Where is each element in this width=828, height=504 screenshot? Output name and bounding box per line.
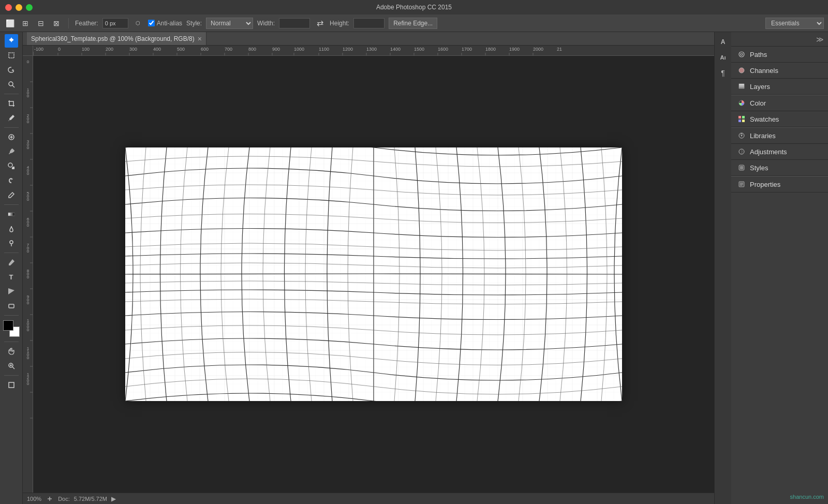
antialias-label[interactable]: Anti-alias	[148, 20, 182, 27]
svg-rect-216	[738, 120, 741, 122]
status-arrow[interactable]: ▶	[111, 495, 116, 502]
color-icon	[737, 99, 746, 107]
panel-section-paths: Paths	[731, 47, 828, 63]
panel-section-swatches: Swatches	[731, 111, 828, 127]
toolbar-inter-sel-icon[interactable]: ⊠	[51, 18, 62, 29]
height-label: Height:	[330, 20, 349, 27]
svg-text:0: 0	[27, 275, 29, 279]
canvas-area: Spherical360_Template.psb @ 100% (Backgr…	[23, 32, 714, 504]
styles-icon	[737, 164, 746, 172]
svg-text:1600: 1600	[438, 47, 448, 52]
properties-header[interactable]: Properties	[731, 176, 828, 192]
tool-hand[interactable]	[5, 345, 18, 358]
tool-sep3	[4, 204, 19, 205]
channels-header[interactable]: Channels	[731, 63, 828, 78]
status-bar: 100% Doc: 5.72M/5.72M ▶	[23, 493, 714, 504]
tool-zoom[interactable]	[5, 359, 18, 373]
svg-text:1300: 1300	[366, 47, 377, 52]
adjustments-header[interactable]: Adjustments	[731, 144, 828, 159]
tool-move[interactable]	[5, 34, 18, 48]
tool-history-brush[interactable]	[5, 174, 18, 187]
tool-eyedropper[interactable]	[5, 111, 18, 125]
panel-icon-text[interactable]: Aı	[716, 51, 730, 64]
layers-header[interactable]: Layers	[731, 79, 828, 94]
svg-rect-7	[8, 213, 14, 216]
svg-rect-217	[742, 120, 745, 122]
main-area: T Spherical360_Template.psb @ 1	[0, 32, 828, 504]
zoom-info-button[interactable]	[46, 495, 54, 503]
svg-rect-0	[9, 53, 14, 58]
style-select[interactable]: Normal Fixed Ratio Fixed Size	[206, 18, 253, 29]
channels-label: Channels	[750, 67, 822, 75]
foreground-color[interactable]	[3, 320, 13, 331]
tool-brush[interactable]	[5, 145, 18, 158]
essentials-select[interactable]: Essentials Motion Painting Photography	[765, 18, 824, 29]
channels-icon	[737, 66, 746, 75]
svg-text:0: 0	[58, 47, 61, 52]
swap-wh-icon[interactable]: ⇄	[314, 18, 326, 29]
paths-header[interactable]: Paths	[731, 47, 828, 62]
swatches-label: Swatches	[750, 115, 822, 123]
height-input[interactable]	[353, 18, 385, 28]
libraries-header[interactable]: Libraries	[731, 128, 828, 143]
tool-blur[interactable]	[5, 222, 18, 235]
tool-dodge[interactable]	[5, 236, 18, 250]
maximize-button[interactable]	[26, 4, 33, 11]
tool-text[interactable]: T	[5, 270, 18, 284]
toolbar-add-sel-icon[interactable]: ⊞	[20, 18, 31, 29]
tool-shape[interactable]	[5, 299, 18, 313]
tool-clone-stamp[interactable]	[5, 159, 18, 173]
tool-path-select[interactable]	[5, 285, 18, 298]
tool-quick-select[interactable]	[5, 78, 18, 91]
swatches-icon	[737, 115, 746, 123]
svg-rect-211	[739, 85, 744, 87]
ruler-vertical: 0 1 0 0 2 0 0 3 0 0 4 0 0 5 0	[23, 56, 33, 493]
svg-text:0: 0	[27, 223, 29, 228]
panel-icon-ai[interactable]: A	[716, 35, 730, 49]
tool-crop[interactable]	[5, 97, 18, 110]
svg-text:1200: 1200	[343, 47, 353, 52]
adjustments-icon	[737, 147, 746, 156]
svg-rect-214	[738, 116, 741, 118]
width-input[interactable]	[279, 18, 310, 28]
toolbar-new-sel-icon[interactable]: ⬜	[4, 18, 16, 29]
tool-heal[interactable]	[5, 130, 18, 144]
canvas-document[interactable]	[125, 147, 622, 401]
swatches-header[interactable]: Swatches	[731, 111, 828, 127]
svg-rect-15	[9, 382, 14, 388]
feather-input[interactable]	[102, 18, 128, 28]
toolbar-sub-sel-icon[interactable]: ⊟	[35, 18, 47, 29]
svg-point-8	[10, 241, 13, 244]
panel-collapse-button[interactable]: ≫	[816, 35, 824, 43]
document-tab[interactable]: Spherical360_Template.psb @ 100% (Backgr…	[27, 32, 206, 45]
minimize-button[interactable]	[16, 4, 22, 11]
feather-icon[interactable]: ⬡	[132, 18, 144, 29]
close-button[interactable]	[5, 4, 12, 11]
svg-text:0: 0	[27, 171, 29, 176]
svg-text:800: 800	[248, 47, 256, 52]
properties-label: Properties	[750, 181, 822, 188]
refine-edge-button[interactable]: Refine Edge...	[389, 18, 437, 29]
doc-size-label: Doc:	[58, 496, 70, 502]
tool-marquee-rect[interactable]	[5, 49, 18, 62]
panel-section-color: Color	[731, 95, 828, 111]
tool-pen[interactable]	[5, 256, 18, 269]
styles-label: Styles	[750, 164, 822, 172]
tool-lasso[interactable]	[5, 63, 18, 77]
window-controls[interactable]	[5, 4, 33, 11]
app-title: Adobe Photoshop CC 2015	[376, 4, 452, 11]
properties-icon	[737, 180, 746, 188]
svg-text:1900: 1900	[509, 47, 520, 52]
color-header[interactable]: Color	[731, 95, 828, 111]
antialias-checkbox[interactable]	[148, 20, 155, 26]
doc-tab-close[interactable]: ×	[198, 35, 202, 43]
svg-point-1	[9, 82, 13, 86]
svg-text:1500: 1500	[414, 47, 424, 52]
tool-screen-mode[interactable]	[5, 378, 18, 392]
tool-gradient[interactable]	[5, 207, 18, 221]
svg-text:-100: -100	[34, 47, 43, 52]
svg-text:1100: 1100	[319, 47, 329, 52]
panel-icon-para[interactable]: ¶	[716, 66, 730, 80]
styles-header[interactable]: Styles	[731, 160, 828, 175]
tool-eraser[interactable]	[5, 188, 18, 202]
